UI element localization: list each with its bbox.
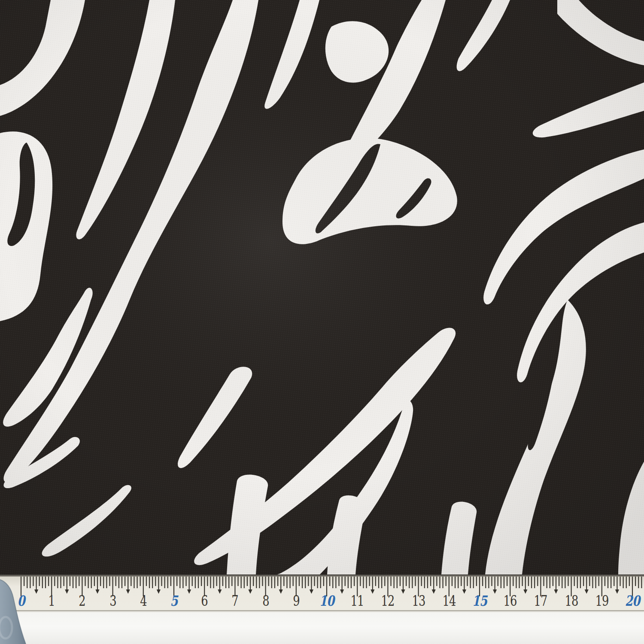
lighting-vignette xyxy=(0,0,644,574)
zebra-fabric xyxy=(0,0,644,574)
ruler-number-1: 1 xyxy=(48,594,55,608)
ruler-number-4: 4 xyxy=(140,594,147,608)
ruler-body xyxy=(0,612,644,644)
ruler-number-9: 9 xyxy=(293,594,300,608)
ruler-number-11: 11 xyxy=(351,594,364,608)
ruler-number-14: 14 xyxy=(442,594,456,608)
ruler-number-7: 7 xyxy=(232,594,239,608)
ruler-number-18: 18 xyxy=(565,594,578,608)
ruler-numbers: 01234567891011121314151617181920 xyxy=(0,577,644,610)
ruler-number-10: 10 xyxy=(319,594,334,608)
ruler-number-15: 15 xyxy=(472,594,487,608)
ruler-number-16: 16 xyxy=(504,594,517,608)
ruler-number-8: 8 xyxy=(262,594,269,608)
ruler-number-13: 13 xyxy=(412,594,425,608)
photo-zebra-fabric-with-ruler: 01234567891011121314151617181920 xyxy=(0,0,644,644)
ruler: 01234567891011121314151617181920 xyxy=(0,574,644,644)
ruler-number-2: 2 xyxy=(79,594,86,608)
zebra-pattern-graphic xyxy=(0,0,644,574)
ruler-end-cap xyxy=(0,577,34,644)
ruler-number-5: 5 xyxy=(170,594,177,608)
ruler-number-6: 6 xyxy=(201,594,208,608)
ruler-number-17: 17 xyxy=(534,594,547,608)
ruler-number-20: 20 xyxy=(625,594,640,608)
ruler-number-19: 19 xyxy=(595,594,608,608)
ruler-number-12: 12 xyxy=(381,594,395,608)
ruler-number-3: 3 xyxy=(109,594,116,608)
ruler-scale-strip: 01234567891011121314151617181920 xyxy=(0,577,644,610)
